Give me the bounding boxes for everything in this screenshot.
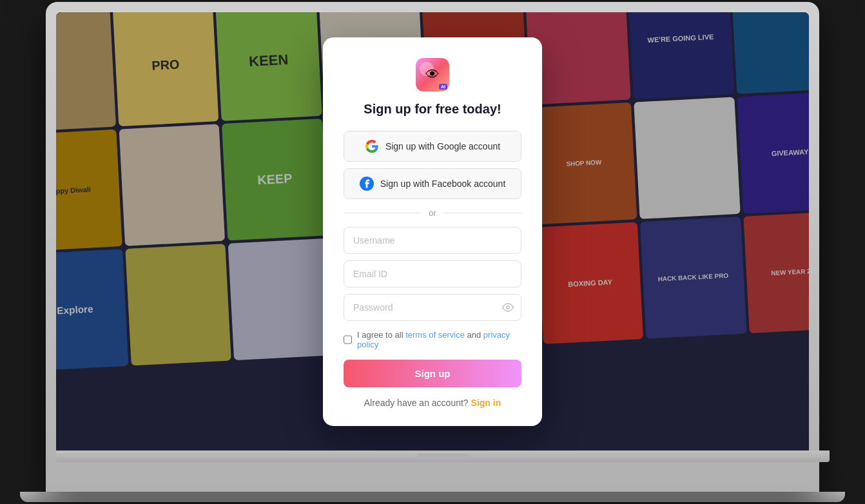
- modal-title: Sign up for free today!: [344, 102, 521, 117]
- signup-button[interactable]: Sign up: [344, 360, 521, 387]
- facebook-signup-button[interactable]: Sign up with Facebook account: [344, 168, 521, 199]
- logo-badge: AI: [439, 84, 447, 90]
- terms-row: I agree to all terms of service and priv…: [344, 330, 521, 349]
- username-input[interactable]: [344, 227, 521, 254]
- divider: or: [344, 208, 521, 218]
- laptop-bottom-bar: [56, 451, 830, 462]
- google-icon: [365, 139, 379, 153]
- signin-row: Already have an account? Sign in: [344, 398, 521, 408]
- divider-text: or: [429, 208, 436, 218]
- password-wrapper: [344, 294, 521, 321]
- laptop-screen: PRO KEEN X-MASSALE WE'RE GOING LIVE Happ…: [56, 12, 809, 451]
- password-input[interactable]: [344, 294, 521, 321]
- terms-label: I agree to all terms of service and priv…: [357, 330, 521, 349]
- modal-wrapper: 👁 AI Sign up for free today! Sign up wit: [56, 12, 809, 451]
- signup-modal: 👁 AI Sign up for free today! Sign up wit: [323, 37, 542, 426]
- divider-line-left: [344, 213, 421, 213]
- already-text: Already have an account?: [364, 398, 469, 408]
- svg-point-1: [507, 305, 510, 309]
- laptop-base: [20, 492, 845, 502]
- toggle-password-button[interactable]: [502, 302, 514, 313]
- app-logo: 👁 AI: [416, 58, 449, 92]
- email-input[interactable]: [344, 260, 521, 287]
- modal-logo: 👁 AI: [344, 58, 521, 92]
- facebook-icon: [360, 177, 374, 191]
- google-signup-button[interactable]: Sign up with Google account: [344, 131, 521, 162]
- logo-eye-icon: 👁: [425, 66, 440, 83]
- signin-link[interactable]: Sign in: [471, 398, 501, 408]
- laptop-frame: PRO KEEN X-MASSALE WE'RE GOING LIVE Happ…: [46, 2, 819, 492]
- trackpad-notch: [417, 454, 469, 459]
- terms-link[interactable]: terms of service: [405, 330, 465, 340]
- divider-line-right: [444, 213, 521, 213]
- facebook-btn-label: Sign up with Facebook account: [380, 179, 506, 189]
- terms-checkbox[interactable]: [344, 335, 352, 344]
- google-btn-label: Sign up with Google account: [385, 141, 500, 151]
